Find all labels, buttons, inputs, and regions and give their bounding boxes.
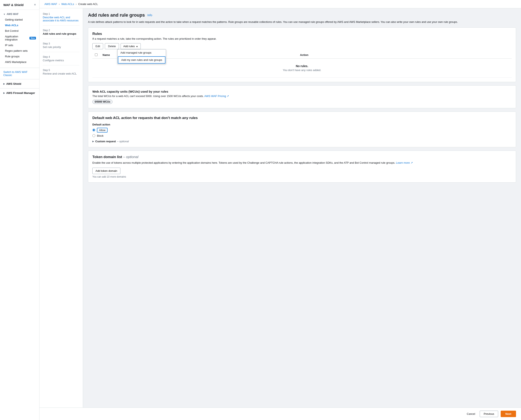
dropdown-arrow-icon: ▲ [136,45,138,47]
default-action-title: Default web ACL action for requests that… [92,116,512,120]
switch-to-classic-link[interactable]: Switch to AWS WAF Classic [0,69,39,78]
checkbox-col-header [92,52,100,59]
close-icon[interactable]: × [34,3,36,7]
firewall-triangle-icon: ▶ [3,92,5,94]
sidebar-item-bot-control[interactable]: Bot Control [0,28,39,34]
sidebar-header: WAF & Shield × [0,0,39,10]
step-4-label: Configure metrics [43,59,80,62]
triangle-icon: ▼ [3,13,5,15]
sidebar-item-rule-groups[interactable]: Rule groups [0,54,39,59]
custom-request-toggle[interactable]: ▶ Custom request – optional [92,140,512,143]
aws-shield-label: AWS Shield [6,82,21,85]
step-1-label[interactable]: Describe web ACL and associate it to AWS… [43,16,80,22]
step-5-number: Step 5 [43,69,80,72]
radio-group: Allow Block [92,128,512,137]
breadcrumb-web-acls[interactable]: Web ACLs [61,2,74,6]
delete-button[interactable]: Delete [105,43,119,49]
no-rules-desc: You don't have any rules added. [99,68,505,72]
add-managed-rule-groups-item[interactable]: Add managed rule groups [117,49,166,56]
footer: Cancel Previous Next [39,407,521,420]
sidebar: WAF & Shield × ▼ AWS WAF Getting started… [0,0,39,420]
aws-waf-label: AWS WAF [7,13,18,15]
sidebar-aws-waf-header[interactable]: ▼ AWS WAF [0,11,39,17]
no-rules-title: No rules. [99,64,505,68]
block-label: Block [97,134,103,137]
external-link-icon2: ↗ [411,161,413,164]
allow-label: Allow [97,128,108,133]
wcu-card: Web ACL capacity units (WCUs) used by yo… [88,85,516,108]
info-link[interactable]: Info [147,14,152,17]
add-rules-label: Add rules [123,45,135,48]
wcu-desc: The total WCUs for a web ACL can't excee… [92,95,512,98]
divider3 [0,88,39,89]
previous-button[interactable]: Previous [480,411,498,417]
block-radio[interactable] [92,134,95,137]
sidebar-title: WAF & Shield [3,3,24,7]
step-4-number: Step 4 [43,55,80,58]
token-domain-card: Token domain list – optional Enable the … [88,150,516,183]
sidebar-item-application-integration[interactable]: Application integration New [0,34,39,42]
sidebar-item-getting-started[interactable]: Getting started [0,17,39,22]
page-description: A rule defines attack patterns to look f… [88,20,516,24]
step-4: Step 4 Configure metrics [43,55,80,65]
default-action-card: Default web ACL action for requests that… [88,112,516,147]
add-rules-dropdown: Add managed rule groups Add my own rules… [117,49,166,64]
content-wrapper: Step 1 Describe web ACL and associate it… [39,8,521,407]
learn-more-link[interactable]: Learn more [396,161,410,164]
wcu-pricing-link[interactable]: AWS WAF Pricing [204,95,226,98]
block-radio-item[interactable]: Block [92,134,512,137]
next-button[interactable]: Next [501,411,516,417]
aws-firewall-label: AWS Firewall Manager [6,91,35,95]
add-token-domain-button[interactable]: Add token domain [92,168,120,174]
step-3-number: Step 3 [43,42,80,45]
token-hint: You can add 10 more domains [92,175,512,178]
divider2 [0,79,39,79]
step-3: Step 3 Set rule priority [43,42,80,52]
wcu-title: Web ACL capacity units (WCUs) used by yo… [92,90,512,93]
optional-text: – optional [117,140,129,143]
sidebar-item-regex-pattern-sets[interactable]: Regex pattern sets [0,48,39,54]
breadcrumb-sep2: › [76,2,77,6]
new-badge: New [29,37,36,39]
sidebar-item-aws-marketplace[interactable]: AWS Marketplace [0,59,39,65]
token-optional-text: – optional [123,155,139,159]
page-title: Add rules and rule groups [88,13,145,18]
step-2: Step 2 Add rules and rule groups [43,29,80,39]
custom-request-triangle-icon: ▶ [92,140,94,142]
step-1: Step 1 Describe web ACL and associate it… [43,13,80,26]
steps-panel: Step 1 Describe web ACL and associate it… [39,8,83,407]
token-desc: Enable the use of tokens across multiple… [92,161,512,165]
shield-triangle-icon: ▶ [3,83,5,85]
divider [0,68,39,68]
step-5: Step 5 Review and create web ACL [43,69,80,79]
allow-radio[interactable] [92,128,95,131]
main-content: Add rules and rule groups Info A rule de… [83,8,521,407]
breadcrumb-sep1: › [59,2,59,6]
wcu-badge: 0/5000 WCUs [92,100,112,104]
external-link-icon: ↗ [227,95,229,98]
step-5-label: Review and create web ACL [43,72,80,75]
breadcrumb-current: Create web ACL [78,2,98,6]
main-area: AWS WAF › Web ACLs › Create web ACL Step… [39,0,521,420]
aws-firewall-group[interactable]: ▶ AWS Firewall Manager [0,90,39,96]
rules-toolbar: Edit Delete Add rules ▲ Add managed rule… [92,43,512,49]
step-1-number: Step 1 [43,13,80,15]
cancel-button[interactable]: Cancel [465,411,477,417]
breadcrumb: AWS WAF › Web ACLs › Create web ACL [39,0,521,8]
select-all-checkbox[interactable] [95,53,98,56]
allow-radio-item[interactable]: Allow [92,128,512,133]
breadcrumb-aws-waf[interactable]: AWS WAF [44,2,57,6]
add-rules-button[interactable]: Add rules ▲ [121,43,141,49]
sidebar-item-web-acls[interactable]: Web ACLs [0,22,39,28]
aws-shield-group[interactable]: ▶ AWS Shield [0,81,39,87]
page-title-row: Add rules and rule groups Info [88,13,516,18]
custom-request-label: Custom request [95,140,116,143]
add-own-rules-item[interactable]: Add my own rules and rule groups [118,56,165,64]
step-2-number: Step 2 [43,29,80,32]
edit-button[interactable]: Edit [92,43,103,49]
rules-subtitle: If a request matches a rule, take the co… [92,37,512,40]
action-col-header: Action [297,52,512,59]
step-3-label: Set rule priority [43,45,80,49]
rules-title: Rules [92,32,512,36]
sidebar-item-ip-sets[interactable]: IP sets [0,42,39,48]
